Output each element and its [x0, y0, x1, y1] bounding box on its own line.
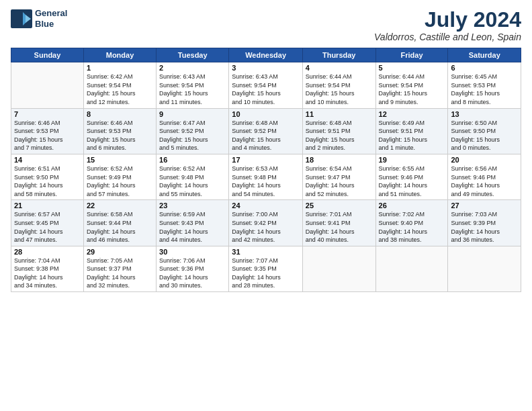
- day-number: 28: [14, 248, 81, 256]
- col-friday: Friday: [375, 48, 448, 62]
- day-info: Sunrise: 6:42 AM Sunset: 9:54 PM Dayligh…: [87, 73, 153, 106]
- day-number: 26: [379, 201, 445, 210]
- day-number: 27: [451, 201, 518, 210]
- calendar-cell: 4Sunrise: 6:44 AM Sunset: 9:54 PM Daylig…: [302, 62, 375, 108]
- calendar-cell: 24Sunrise: 7:00 AM Sunset: 9:42 PM Dayli…: [229, 200, 303, 246]
- col-tuesday: Tuesday: [157, 48, 229, 62]
- day-number: 10: [232, 110, 300, 118]
- col-sunday: Sunday: [11, 48, 84, 62]
- calendar-cell: 25Sunrise: 7:01 AM Sunset: 9:41 PM Dayli…: [302, 200, 375, 246]
- day-info: Sunrise: 6:56 AM Sunset: 9:46 PM Dayligh…: [451, 165, 518, 198]
- location-title: Valdorros, Castille and Leon, Spain: [374, 32, 521, 42]
- col-monday: Monday: [83, 48, 156, 62]
- week-row-1: 1Sunrise: 6:42 AM Sunset: 9:54 PM Daylig…: [11, 62, 521, 108]
- day-info: Sunrise: 7:03 AM Sunset: 9:39 PM Dayligh…: [451, 210, 518, 244]
- week-row-4: 21Sunrise: 6:57 AM Sunset: 9:45 PM Dayli…: [11, 200, 521, 246]
- calendar-cell: 23Sunrise: 6:59 AM Sunset: 9:43 PM Dayli…: [157, 200, 229, 246]
- day-info: Sunrise: 6:59 AM Sunset: 9:43 PM Dayligh…: [159, 210, 226, 244]
- calendar-cell: 10Sunrise: 6:48 AM Sunset: 9:52 PM Dayli…: [229, 108, 303, 154]
- day-info: Sunrise: 7:01 AM Sunset: 9:41 PM Dayligh…: [306, 210, 373, 244]
- calendar-cell: 22Sunrise: 6:58 AM Sunset: 9:44 PM Dayli…: [83, 200, 156, 246]
- calendar-cell: 13Sunrise: 6:50 AM Sunset: 9:50 PM Dayli…: [448, 108, 521, 154]
- day-number: 15: [87, 156, 153, 164]
- calendar-cell: 21Sunrise: 6:57 AM Sunset: 9:45 PM Dayli…: [11, 200, 84, 246]
- day-number: 25: [306, 201, 373, 210]
- week-row-2: 7Sunrise: 6:46 AM Sunset: 9:53 PM Daylig…: [11, 108, 521, 154]
- day-number: 9: [159, 110, 226, 118]
- logo-icon: [11, 9, 32, 28]
- day-info: Sunrise: 6:53 AM Sunset: 9:48 PM Dayligh…: [232, 165, 300, 198]
- day-number: 23: [159, 201, 226, 210]
- day-info: Sunrise: 7:04 AM Sunset: 9:38 PM Dayligh…: [14, 257, 81, 290]
- day-info: Sunrise: 6:51 AM Sunset: 9:50 PM Dayligh…: [14, 165, 81, 198]
- day-info: Sunrise: 7:05 AM Sunset: 9:37 PM Dayligh…: [87, 257, 153, 290]
- calendar-table: Sunday Monday Tuesday Wednesday Thursday…: [11, 48, 521, 292]
- day-number: 30: [159, 248, 226, 256]
- day-number: 1: [87, 64, 153, 72]
- calendar-cell: 5Sunrise: 6:44 AM Sunset: 9:54 PM Daylig…: [375, 62, 448, 108]
- day-number: 8: [87, 110, 153, 118]
- calendar-cell: 16Sunrise: 6:52 AM Sunset: 9:48 PM Dayli…: [157, 154, 229, 199]
- calendar-cell: 20Sunrise: 6:56 AM Sunset: 9:46 PM Dayli…: [448, 154, 521, 199]
- calendar-header-row: Sunday Monday Tuesday Wednesday Thursday…: [11, 48, 521, 62]
- day-info: Sunrise: 6:46 AM Sunset: 9:53 PM Dayligh…: [87, 119, 153, 152]
- day-number: 4: [306, 64, 373, 72]
- day-info: Sunrise: 6:58 AM Sunset: 9:44 PM Dayligh…: [87, 210, 153, 244]
- calendar-cell: 8Sunrise: 6:46 AM Sunset: 9:53 PM Daylig…: [83, 108, 156, 154]
- day-info: Sunrise: 6:54 AM Sunset: 9:47 PM Dayligh…: [306, 165, 373, 198]
- calendar-cell: 31Sunrise: 7:07 AM Sunset: 9:35 PM Dayli…: [229, 246, 303, 291]
- day-number: 5: [379, 64, 445, 72]
- day-number: 14: [14, 156, 81, 164]
- day-info: Sunrise: 7:07 AM Sunset: 9:35 PM Dayligh…: [232, 257, 300, 290]
- day-info: Sunrise: 6:52 AM Sunset: 9:49 PM Dayligh…: [87, 165, 153, 198]
- col-wednesday: Wednesday: [229, 48, 303, 62]
- calendar-cell: [448, 246, 521, 291]
- week-row-3: 14Sunrise: 6:51 AM Sunset: 9:50 PM Dayli…: [11, 154, 521, 199]
- day-info: Sunrise: 7:06 AM Sunset: 9:36 PM Dayligh…: [159, 257, 226, 290]
- calendar-cell: 15Sunrise: 6:52 AM Sunset: 9:49 PM Dayli…: [83, 154, 156, 199]
- calendar-cell: [375, 246, 448, 291]
- calendar-cell: 2Sunrise: 6:43 AM Sunset: 9:54 PM Daylig…: [157, 62, 229, 108]
- day-number: 31: [232, 248, 300, 256]
- page: General Blue July 2024 Valdorros, Castil…: [0, 0, 532, 411]
- col-saturday: Saturday: [448, 48, 521, 62]
- day-number: 11: [306, 110, 373, 118]
- logo-line1: General: [35, 8, 67, 19]
- calendar-cell: 6Sunrise: 6:45 AM Sunset: 9:53 PM Daylig…: [448, 62, 521, 108]
- day-number: 16: [159, 156, 226, 164]
- calendar-cell: 18Sunrise: 6:54 AM Sunset: 9:47 PM Dayli…: [302, 154, 375, 199]
- calendar-cell: 19Sunrise: 6:55 AM Sunset: 9:46 PM Dayli…: [375, 154, 448, 199]
- calendar-cell: 3Sunrise: 6:43 AM Sunset: 9:54 PM Daylig…: [229, 62, 303, 108]
- calendar-cell: 30Sunrise: 7:06 AM Sunset: 9:36 PM Dayli…: [157, 246, 229, 291]
- day-info: Sunrise: 7:02 AM Sunset: 9:40 PM Dayligh…: [379, 210, 445, 244]
- day-info: Sunrise: 6:47 AM Sunset: 9:52 PM Dayligh…: [159, 119, 226, 152]
- day-info: Sunrise: 6:49 AM Sunset: 9:51 PM Dayligh…: [379, 119, 445, 152]
- day-info: Sunrise: 6:52 AM Sunset: 9:48 PM Dayligh…: [159, 165, 226, 198]
- logo: General Blue: [11, 8, 67, 29]
- day-info: Sunrise: 6:48 AM Sunset: 9:52 PM Dayligh…: [232, 119, 300, 152]
- calendar-cell: 26Sunrise: 7:02 AM Sunset: 9:40 PM Dayli…: [375, 200, 448, 246]
- day-info: Sunrise: 6:43 AM Sunset: 9:54 PM Dayligh…: [159, 73, 226, 106]
- calendar-cell: 14Sunrise: 6:51 AM Sunset: 9:50 PM Dayli…: [11, 154, 84, 199]
- calendar-cell: [11, 62, 84, 108]
- day-number: 12: [379, 110, 445, 118]
- day-number: 24: [232, 201, 300, 210]
- day-number: 21: [14, 201, 81, 210]
- calendar-cell: 27Sunrise: 7:03 AM Sunset: 9:39 PM Dayli…: [448, 200, 521, 246]
- calendar-cell: 7Sunrise: 6:46 AM Sunset: 9:53 PM Daylig…: [11, 108, 84, 154]
- day-info: Sunrise: 6:44 AM Sunset: 9:54 PM Dayligh…: [306, 73, 373, 106]
- day-info: Sunrise: 6:45 AM Sunset: 9:53 PM Dayligh…: [451, 73, 518, 106]
- month-title: July 2024: [374, 8, 521, 32]
- day-number: 7: [14, 110, 81, 118]
- day-number: 3: [232, 64, 300, 72]
- calendar-cell: [302, 246, 375, 291]
- day-number: 18: [306, 156, 373, 164]
- day-info: Sunrise: 7:00 AM Sunset: 9:42 PM Dayligh…: [232, 210, 300, 244]
- week-row-5: 28Sunrise: 7:04 AM Sunset: 9:38 PM Dayli…: [11, 246, 521, 291]
- day-number: 19: [379, 156, 445, 164]
- logo-line2: Blue: [35, 19, 67, 30]
- header: General Blue July 2024 Valdorros, Castil…: [11, 8, 521, 42]
- day-number: 13: [451, 110, 518, 118]
- day-number: 20: [451, 156, 518, 164]
- calendar-cell: 1Sunrise: 6:42 AM Sunset: 9:54 PM Daylig…: [83, 62, 156, 108]
